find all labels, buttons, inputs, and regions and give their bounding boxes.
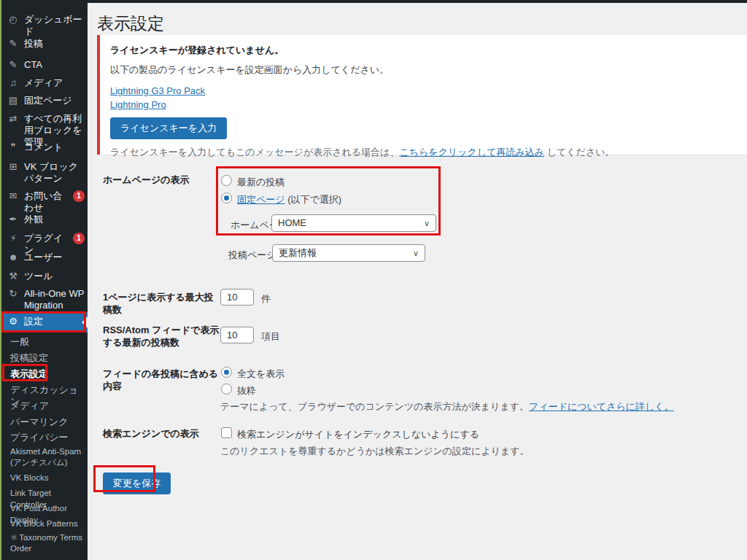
admin-sidebar: ◴ ダッシュボード ✎ 投稿 ✎ CTA ♫ メディア ▤ 固定ページ ⇄ すべ… <box>1 0 88 560</box>
submenu-item-vk-blocks[interactable]: VK Blocks <box>1 470 88 485</box>
pin-icon: ✎ <box>7 59 19 71</box>
taxonomy-icon: ⚛ <box>10 533 18 542</box>
sidebar-item-label: コメント <box>24 141 63 153</box>
sidebar-item-label: メディア <box>24 77 63 89</box>
homepage-select-value: HOME <box>278 217 306 228</box>
submenu-item-permalinks[interactable]: パーマリンク <box>1 415 88 429</box>
posts-page-select-label: 投稿ページ: <box>228 249 279 262</box>
sidebar-item-label: 投稿 <box>24 38 43 50</box>
users-icon: ☻ <box>7 252 19 263</box>
plugin-icon: ⚡ <box>7 233 19 244</box>
migration-icon: ↻ <box>7 288 19 300</box>
rss-items-label: RSS/Atom フィードで表示する最新の投稿数 <box>103 324 221 349</box>
sidebar-item-label: 外観 <box>24 214 43 225</box>
pin-icon: ✎ <box>7 38 19 50</box>
static-page-radio[interactable] <box>221 192 232 203</box>
posts-page-select[interactable]: 更新情報 ∨ <box>272 244 425 262</box>
rss-items-unit: 項目 <box>261 330 280 343</box>
wordpress-admin-screen: ◴ ダッシュボード ✎ 投稿 ✎ CTA ♫ メディア ▤ 固定ページ ⇄ すべ… <box>0 0 747 560</box>
submenu-item-vk-block-patterns[interactable]: VK Block Patterns <box>1 516 88 531</box>
posts-per-page-unit: 件 <box>261 292 271 306</box>
sidebar-item-label: ユーザー <box>24 252 63 263</box>
latest-posts-radio[interactable] <box>221 175 232 186</box>
feed-full-text-option-label: 全文を表示 <box>237 368 285 381</box>
sidebar-item-media[interactable]: ♫ メディア <box>1 74 88 93</box>
sidebar-item-label: 固定ページ <box>24 95 72 106</box>
notice-footer-text: してください。 <box>544 147 614 158</box>
sidebar-item-label: VK ブロックパターン <box>24 161 85 184</box>
feed-excerpt-option-label: 抜粋 <box>237 384 256 397</box>
notice-title: ライセンスキーが登録されていません。 <box>110 44 735 57</box>
latest-posts-option-label: 最新の投稿 <box>237 176 285 189</box>
sidebar-item-pages[interactable]: ▤ 固定ページ <box>1 91 88 110</box>
search-engine-description: このリクエストを尊重するかどうかは検索エンジンの設定によります。 <box>220 445 530 458</box>
discourage-search-checkbox[interactable] <box>221 427 232 438</box>
static-page-link[interactable]: 固定ページ <box>237 194 285 205</box>
sidebar-item-label: All-in-One WP Migration <box>24 288 85 311</box>
comments-icon: ❞ <box>7 141 19 153</box>
current-menu-arrow <box>82 316 88 328</box>
homepage-display-label: ホームページの表示 <box>103 174 221 186</box>
discourage-search-checkbox-label: 検索エンジンがサイトをインデックスしないようにする <box>237 428 479 441</box>
submenu-item-general[interactable]: 一般 <box>1 335 88 349</box>
posts-per-page-input[interactable] <box>220 289 254 306</box>
feed-full-text-radio[interactable] <box>221 367 232 378</box>
static-page-option-label: 固定ページ (以下で選択) <box>237 193 341 206</box>
sidebar-item-tools[interactable]: ⚒ ツール <box>1 267 88 286</box>
feed-content-label: フィードの各投稿に含める内容 <box>103 368 221 392</box>
submenu-item-privacy[interactable]: プライバシー <box>1 430 88 445</box>
lightning-g3-pro-pack-link[interactable]: Lightning G3 Pro Pack <box>110 84 735 98</box>
feed-excerpt-radio[interactable] <box>221 384 232 394</box>
submenu-item-label: Taxonomy Terms Order <box>10 533 82 553</box>
submenu-item-akismet[interactable]: Akismet Anti-Spam (アンチスパム) <box>1 445 88 470</box>
dashboard-icon: ◴ <box>7 14 19 26</box>
submenu-item-writing[interactable]: 投稿設定 <box>1 351 88 365</box>
sidebar-item-settings[interactable]: ⚙ 設定 <box>1 312 88 332</box>
sidebar-item-label: 設定 <box>24 316 43 327</box>
tools-icon: ⚒ <box>7 271 19 282</box>
sidebar-item-vk-block-patterns[interactable]: ⊞ VK ブロックパターン <box>1 158 88 188</box>
sidebar-item-posts[interactable]: ✎ 投稿 <box>1 34 88 53</box>
chevron-down-icon: ∨ <box>413 245 419 261</box>
feed-content-description: テーマによって、ブラウザーでのコンテンツの表示方法が決まります。フィードについて… <box>220 400 674 413</box>
submenu-item-media[interactable]: メディア <box>1 399 88 413</box>
appearance-icon: ✒ <box>7 214 19 225</box>
sidebar-item-users[interactable]: ☻ ユーザー <box>1 248 88 267</box>
license-notice: ライセンスキーが登録されていません。 以下の製品のライセンスキーを設定画面から入… <box>97 35 747 155</box>
pages-icon: ▤ <box>7 95 19 106</box>
contact-count-badge: 1 <box>73 190 85 202</box>
lightning-pro-link[interactable]: Lightning Pro <box>110 98 735 112</box>
sidebar-item-label: CTA <box>24 59 42 71</box>
plugin-update-badge: 1 <box>73 233 85 244</box>
media-icon: ♫ <box>7 77 19 89</box>
sidebar-item-comments[interactable]: ❞ コメント <box>1 138 88 157</box>
submenu-item-reading[interactable]: 表示設定 <box>1 367 88 381</box>
admin-top-bar <box>0 0 747 3</box>
mail-icon: ✉ <box>7 190 19 202</box>
notice-body: 以下の製品のライセンスキーを設定画面から入力してください。 <box>110 63 735 77</box>
feed-learn-more-link[interactable]: フィードについてさらに詳しく。 <box>529 401 674 412</box>
sidebar-item-label: ツール <box>24 271 53 282</box>
reusable-blocks-icon: ⇄ <box>7 113 19 125</box>
feed-description-text: テーマによって、ブラウザーでのコンテンツの表示方法が決まります。 <box>220 401 529 412</box>
settings-icon: ⚙ <box>7 316 19 327</box>
main-content: 表示設定 ライセンスキーが登録されていません。 以下の製品のライセンスキーを設定… <box>88 3 747 560</box>
notice-footer-text: ライセンスキーを入力してもこのメッセージが表示される場合は、 <box>110 147 399 158</box>
block-pattern-icon: ⊞ <box>7 161 19 173</box>
screen-edge-strip <box>0 0 1 560</box>
page-title: 表示設定 <box>97 12 164 35</box>
submenu-item-taxonomy-terms-order[interactable]: ⚛Taxonomy Terms Order <box>1 531 88 556</box>
enter-license-key-button[interactable]: ライセンスキーを入力 <box>110 117 227 139</box>
sidebar-item-appearance[interactable]: ✒ 外観 <box>1 210 88 229</box>
save-changes-button[interactable]: 変更を保存 <box>103 472 171 494</box>
reload-link[interactable]: こちらをクリックして再読み込み <box>399 147 544 158</box>
notice-footer: ライセンスキーを入力してもこのメッセージが表示される場合は、こちらをクリックして… <box>110 146 735 159</box>
posts-page-select-value: 更新情報 <box>279 247 317 258</box>
sidebar-item-ai1wm-migration[interactable]: ↻ All-in-One WP Migration <box>1 284 88 315</box>
posts-per-page-label: 1ページに表示する最大投稿数 <box>103 291 221 316</box>
sidebar-item-cta[interactable]: ✎ CTA <box>1 55 88 74</box>
homepage-select[interactable]: HOME ∨ <box>271 214 436 232</box>
search-engine-label: 検索エンジンでの表示 <box>103 427 221 440</box>
chevron-down-icon: ∨ <box>424 215 430 231</box>
rss-items-input[interactable] <box>220 327 254 343</box>
